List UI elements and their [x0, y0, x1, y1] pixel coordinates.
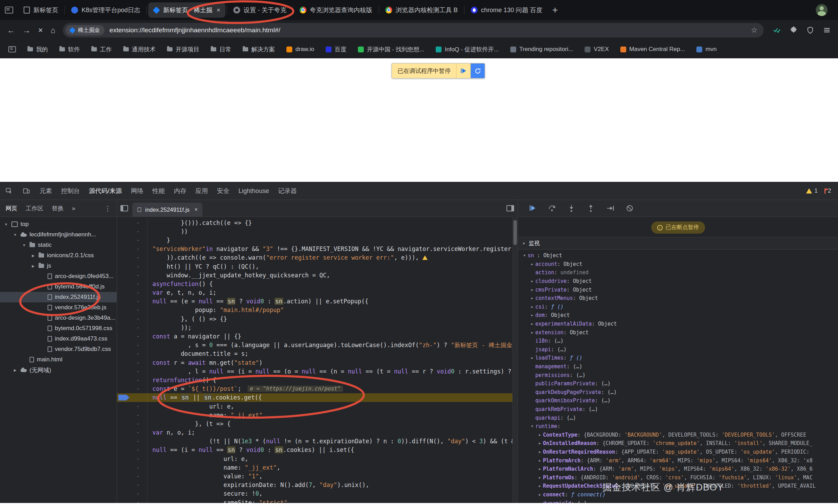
bookmark-item[interactable]: draw.io	[286, 46, 314, 53]
line-gutter[interactable]: -	[117, 489, 148, 498]
line-gutter[interactable]: -	[117, 341, 148, 350]
line-gutter[interactable]: -	[117, 271, 148, 279]
watch-item[interactable]: ▼sn : Object	[518, 251, 838, 260]
line-gutter[interactable]: -	[117, 227, 148, 236]
watch-arrow-icon[interactable]: ▶	[537, 450, 543, 454]
code-line[interactable]: - var e, t, n, o, i;	[117, 288, 518, 297]
stop-icon[interactable]: ×	[38, 26, 43, 34]
tree-arrow-icon[interactable]: ▶	[31, 264, 36, 268]
line-gutter[interactable]: -	[117, 350, 148, 358]
devtools-tab-应用[interactable]: 应用	[195, 187, 208, 195]
navigator-tab[interactable]: 替换	[52, 204, 64, 212]
resume-icon[interactable]	[528, 204, 537, 212]
code-line[interactable]: - const e = `${_t()}/post`;e = "https://…	[117, 385, 518, 393]
home-icon[interactable]: ⌂	[50, 26, 55, 34]
code-line[interactable]: - , l = null == (i = null == (o = null =…	[117, 367, 518, 376]
line-gutter[interactable]: -	[117, 411, 148, 419]
file-tree-item[interactable]: arco-design.0fed453...	[0, 271, 117, 282]
code-area[interactable]: - }())).catch((e => {}- ))- }- "serviceW…	[117, 217, 518, 503]
file-tree-item[interactable]: vendor.75d9bdb7.css	[0, 344, 117, 354]
bookmark-item[interactable]: 百度	[326, 45, 346, 53]
editor-scrollbar[interactable]	[512, 217, 518, 503]
line-gutter[interactable]: -	[117, 437, 148, 446]
watch-arrow-icon[interactable]: ▶	[529, 279, 535, 283]
bookmark-item[interactable]: 解决方案	[243, 45, 275, 53]
devtools-tab-性能[interactable]: 性能	[152, 187, 165, 195]
line-gutter[interactable]: -	[117, 218, 148, 227]
watch-item[interactable]: i18n: (…)	[518, 337, 838, 345]
navigator-kebab-icon[interactable]: ⋮	[104, 204, 111, 212]
code-line[interactable]: - const a = navigator || {}	[117, 332, 518, 341]
file-tree-item[interactable]: ▼static	[0, 240, 117, 250]
shield-icon[interactable]	[806, 26, 814, 34]
line-gutter[interactable]: -	[117, 402, 148, 411]
toggle-debugger-sidebar-icon[interactable]	[506, 205, 514, 211]
line-gutter[interactable]: -	[117, 498, 148, 503]
code-line[interactable]: - popup: "main.html#/popup"	[117, 306, 518, 314]
address-bar[interactable]: 稀土掘金 extension://lecdifefmmfjnjjinhaennh…	[63, 23, 764, 37]
more-tabs-icon[interactable]: »	[72, 205, 75, 212]
code-line[interactable]: - sameSite: "strict",	[117, 498, 518, 503]
code-line[interactable]: - ));	[117, 323, 518, 332]
file-tree-item[interactable]: vendor.576e23eb.js	[0, 302, 117, 313]
line-gutter[interactable]: -	[117, 454, 148, 463]
code-line[interactable]: - , s = 0 === (a.language || a.userLangu…	[117, 341, 518, 350]
bookmark-item[interactable]: Trending repositori...	[510, 46, 573, 53]
bookmark-item[interactable]: 通用技术	[123, 45, 156, 53]
watch-item[interactable]: ▶experimentalAiData: Object	[518, 320, 838, 328]
watch-item[interactable]: ▶PlatformOs: {ANDROID: 'android', CROS: …	[518, 473, 838, 482]
watch-item[interactable]: permissions: (…)	[518, 371, 838, 379]
code-line[interactable]: null == sn || sn.cookies.get({	[117, 393, 518, 402]
watch-item[interactable]: ▶extension: Object	[518, 328, 838, 337]
extension-badge[interactable]: 稀土掘金	[66, 25, 104, 35]
watch-arrow-icon[interactable]: ▼	[529, 425, 535, 428]
code-line[interactable]: - url: e,	[117, 454, 518, 463]
watch-arrow-icon[interactable]: ▶	[537, 484, 543, 488]
watch-arrow-icon[interactable]: ▶	[537, 493, 543, 496]
watch-item[interactable]: ▶contextMenus: Object	[518, 294, 838, 303]
step-icon[interactable]	[606, 204, 614, 212]
file-tree-item[interactable]: bytemd.0c571998.css	[0, 323, 117, 334]
browser-tab[interactable]: K8s管理平台pod日志	[66, 2, 145, 18]
device-toolbar-icon[interactable]	[22, 187, 31, 195]
back-icon[interactable]: ←	[7, 26, 15, 34]
devtools-tab-Lighthouse[interactable]: Lighthouse	[238, 187, 269, 195]
line-gutter[interactable]: -	[117, 297, 148, 306]
watch-item[interactable]: ▼runtime:	[518, 422, 838, 431]
line-gutter[interactable]: -	[117, 236, 148, 244]
bookmark-star-icon[interactable]: ☆	[751, 26, 757, 34]
code-line[interactable]: - "serviceWorker"in navigator && "3" !==…	[117, 245, 518, 253]
code-line[interactable]: - async function() {	[117, 279, 518, 288]
line-gutter[interactable]: -	[117, 323, 148, 332]
line-gutter[interactable]: -	[117, 262, 148, 271]
code-line[interactable]: - }	[117, 236, 518, 244]
browser-tab[interactable]: 浏览器内核检测工具 B	[380, 2, 463, 18]
bookmark-item[interactable]: 日常	[211, 45, 231, 53]
bookmark-item[interactable]: Maven Central Rep...	[620, 46, 685, 53]
watch-arrow-icon[interactable]: ▶	[537, 467, 543, 471]
code-line[interactable]: - }())).catch((e => {}	[117, 218, 518, 227]
devtools-tab-安全[interactable]: 安全	[217, 187, 229, 195]
watch-item[interactable]: management: (…)	[518, 362, 838, 371]
devtools-tab-内存[interactable]: 内存	[174, 187, 186, 195]
tree-arrow-icon[interactable]: ▼	[22, 243, 27, 247]
code-line[interactable]: - null == (e = null == sn ? void 0 : sn.…	[117, 297, 518, 306]
code-line[interactable]: - name: "_jj_ext"	[117, 411, 518, 419]
code-line[interactable]: - url: e,	[117, 402, 518, 411]
devtools-tab-网络[interactable]: 网络	[131, 187, 143, 195]
bookmark-item[interactable]: InfoQ - 促进软件开...	[436, 45, 499, 53]
safety-check-icon[interactable]	[773, 26, 781, 34]
watch-arrow-icon[interactable]: ▶	[529, 331, 535, 334]
line-gutter[interactable]: -	[117, 314, 148, 323]
line-gutter[interactable]: -	[117, 463, 148, 472]
devtools-tab-控制台[interactable]: 控制台	[61, 187, 80, 195]
line-gutter[interactable]: -	[117, 358, 148, 367]
browser-tab[interactable]: 新标签页 - 稀土掘×	[148, 2, 225, 18]
watch-item[interactable]: publicParamsPrivate: (…)	[518, 379, 838, 388]
bookmark-item[interactable]: 开源中国 - 找到您想...	[358, 45, 424, 53]
line-gutter[interactable]: -	[117, 428, 148, 437]
bookmark-item[interactable]: 我的	[27, 45, 48, 53]
menu-icon[interactable]	[823, 26, 831, 34]
watch-item[interactable]: ▶cmsPrivate: Object	[518, 285, 838, 294]
file-tree-item[interactable]: ▼lecdifefmmfjnjjinhaennh...	[0, 229, 117, 240]
